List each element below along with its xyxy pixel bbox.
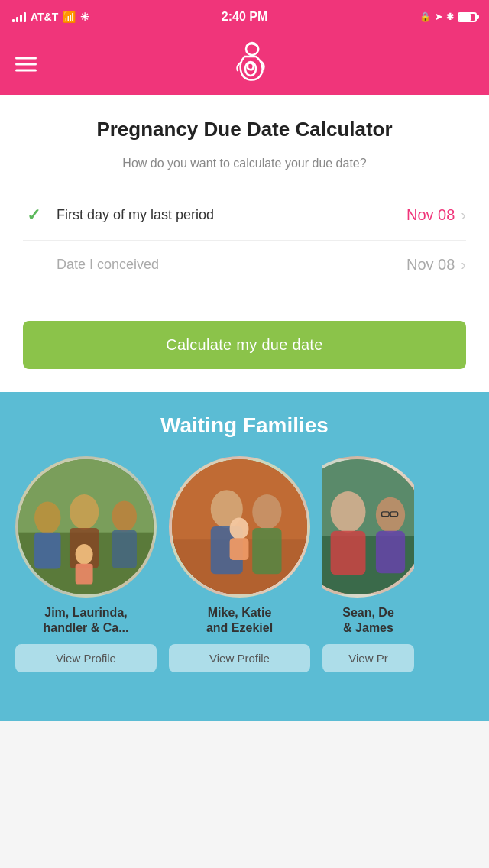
svg-rect-9 [112,530,137,568]
family-name-1: Jim, Laurinda, handler & Ca... [43,605,128,637]
option-conceived[interactable]: Date I conceived Nov 08 › [23,241,466,290]
signal-bars-icon [12,11,26,22]
logo-icon [210,41,279,87]
bluetooth-icon: ✳ [80,11,89,23]
family-photo-1 [18,459,154,594]
option-left-2: Date I conceived [23,254,159,276]
family-name-2: Mike, Katie and Ezekiel [206,605,273,637]
option-left-1: ✓ First day of my last period [23,205,214,226]
family-card-1: Jim, Laurinda, handler & Ca... View Prof… [15,456,157,673]
waiting-families-section: Waiting Families [0,392,489,721]
waiting-families-title: Waiting Families [15,413,474,438]
status-right: 🔒 ➤ ✱ [419,11,477,22]
option-date-2: Nov 08 [406,256,455,274]
page-title: Pregnancy Due Date Calculator [23,118,466,141]
lock-icon: 🔒 [419,11,431,22]
svg-point-23 [330,491,365,533]
family-name-3: Sean, De & James [342,605,394,637]
chevron-right-icon-2: › [461,256,466,274]
check-placeholder-icon [23,254,44,276]
families-row: Jim, Laurinda, handler & Ca... View Prof… [15,456,474,673]
family-photo-2 [172,459,307,594]
status-left: AT&T 📶 ✳ [12,11,89,23]
location-icon: ➤ [435,11,442,22]
calculate-button[interactable]: Calculate my due date [23,321,466,369]
svg-point-6 [70,494,99,530]
app-header [0,34,489,95]
svg-point-8 [112,500,137,531]
svg-point-4 [34,501,60,533]
option-label-1: First day of my last period [57,207,214,223]
chevron-right-icon-1: › [461,206,466,224]
view-profile-button-1[interactable]: View Profile [15,644,157,672]
family-avatar-1 [15,456,157,598]
svg-point-19 [230,517,249,539]
subtitle: How do you want to calculate your due da… [23,155,466,172]
family-avatar-3 [322,456,414,598]
battery-icon [458,12,477,22]
calculate-section: Calculate my due date [0,306,489,392]
family-photo-3 [322,459,414,594]
svg-rect-24 [330,530,365,574]
time-label: 2:40 PM [222,10,267,24]
wifi-icon: 📶 [63,11,76,23]
option-right-1: Nov 08 › [406,206,466,224]
main-content: Pregnancy Due Date Calculator How do you… [0,95,489,306]
check-icon: ✓ [23,205,44,226]
view-profile-button-3[interactable]: View Pr [322,644,414,672]
family-avatar-2 [169,456,310,598]
menu-button[interactable] [15,57,37,72]
family-card-3: Sean, De & James View Pr [322,456,414,673]
option-date-1: Nov 08 [406,206,455,224]
svg-rect-5 [34,532,60,568]
option-last-period[interactable]: ✓ First day of my last period Nov 08 › [23,191,466,241]
carrier-label: AT&T [31,11,58,23]
svg-rect-11 [76,563,93,584]
option-label-2: Date I conceived [57,257,159,273]
svg-point-17 [252,494,281,530]
family-card-2: Mike, Katie and Ezekiel View Profile [169,456,310,673]
svg-rect-26 [375,530,404,572]
status-bar: AT&T 📶 ✳ 2:40 PM 🔒 ➤ ✱ [0,0,489,34]
svg-rect-20 [230,538,249,560]
svg-point-10 [76,544,93,565]
bluetooth-status-icon: ✱ [446,11,454,22]
app-logo [210,41,279,87]
view-profile-button-2[interactable]: View Profile [169,644,310,672]
svg-rect-18 [252,528,281,574]
option-right-2: Nov 08 › [406,256,466,274]
